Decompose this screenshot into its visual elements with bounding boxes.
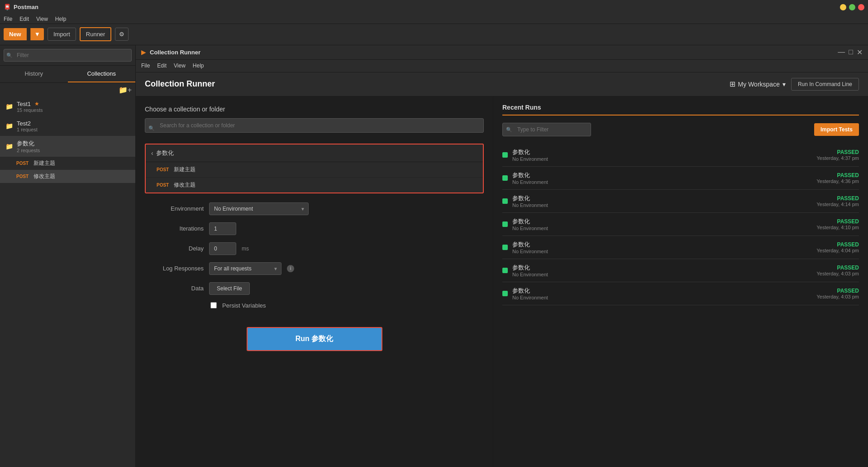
collection-runner-window: ▶ Collection Runner — □ ✕ File Edit View… — [136, 45, 868, 467]
run-in-command-line-button[interactable]: Run In Command Line — [791, 78, 859, 91]
run-info: 参数化 No Environment — [512, 287, 812, 300]
sidebar-search-wrapper — [0, 45, 135, 66]
persist-variables-checkbox[interactable] — [210, 302, 217, 308]
filter-row: Import Tests — [502, 123, 859, 136]
window-controls — [840, 4, 864, 10]
run-item-1[interactable]: 参数化 No Environment PASSED Yesterday, 4:3… — [502, 144, 859, 167]
runner-header-title: Collection Runner — [145, 79, 215, 89]
run-button-wrapper: Run 参数化 — [145, 327, 484, 351]
log-responses-select[interactable]: For all requests — [209, 262, 281, 275]
menu-help[interactable]: Help — [55, 16, 67, 22]
selected-request-new-topic[interactable]: POST 新建主题 — [146, 162, 483, 178]
persist-variables-label: Persist Variables — [222, 302, 266, 309]
select-file-button[interactable]: Select File — [209, 282, 250, 295]
collection-search-input[interactable] — [145, 118, 484, 133]
iterations-input[interactable] — [209, 222, 236, 235]
runner-menu-help[interactable]: Help — [193, 63, 204, 69]
menu-view[interactable]: View — [36, 16, 48, 22]
runner-minimize-button[interactable]: — — [838, 48, 845, 57]
back-button[interactable]: ‹ — [151, 149, 153, 157]
main-title-bar: 📮 Postman — [0, 0, 868, 14]
collection-item-parameterize[interactable]: 📁 参数化 2 requests — [0, 136, 135, 157]
choose-label: Choose a collection or folder — [145, 106, 484, 113]
run-info: 参数化 No Environment — [512, 194, 812, 208]
folder-icon: 📁 — [5, 103, 13, 110]
workspace-button[interactable]: ⊞ My Workspace ▾ — [730, 80, 786, 88]
import-button[interactable]: Import — [48, 28, 76, 41]
runner-header-right: ⊞ My Workspace ▾ Run In Command Line — [730, 78, 859, 91]
run-item-4[interactable]: 参数化 No Environment PASSED Yesterday, 4:1… — [502, 213, 859, 236]
collection-search-wrapper — [145, 118, 484, 138]
run-result: PASSED Yesterday, 4:14 pm — [816, 195, 859, 207]
collection-item-test1[interactable]: 📁 Test1 ★ 15 requests — [0, 97, 135, 116]
data-label: Data — [145, 285, 204, 292]
runner-menu-edit[interactable]: Edit — [157, 63, 167, 69]
run-result: PASSED Yesterday, 4:03 pm — [816, 288, 859, 299]
run-status-dot — [502, 291, 508, 296]
run-item-6[interactable]: 参数化 No Environment PASSED Yesterday, 4:0… — [502, 259, 859, 282]
tab-history[interactable]: History — [0, 66, 68, 82]
run-info: 参数化 No Environment — [512, 171, 812, 185]
tab-collections[interactable]: Collections — [68, 66, 136, 82]
environment-select-wrapper: No Environment — [209, 202, 309, 215]
iterations-row: Iterations — [145, 222, 484, 235]
delay-input[interactable] — [209, 242, 236, 255]
runner-close-button[interactable]: ✕ — [857, 48, 863, 57]
run-status-dot — [502, 198, 508, 204]
new-collection-button[interactable]: 📁+ — [119, 86, 132, 94]
run-result: PASSED Yesterday, 4:36 pm — [816, 172, 859, 184]
run-info: 参数化 No Environment — [512, 241, 812, 254]
collection-item-test2[interactable]: 📁 Test2 1 request — [0, 116, 135, 136]
run-item-2[interactable]: 参数化 No Environment PASSED Yesterday, 4:3… — [502, 167, 859, 190]
run-status-dot — [502, 245, 508, 250]
recent-runs-header: Recent Runs — [502, 104, 859, 116]
request-item-modify-topic[interactable]: POST 修改主题 — [0, 170, 135, 183]
folder-icon: 📁 — [5, 143, 13, 150]
info-icon[interactable]: i — [287, 265, 294, 272]
runner-button[interactable]: Runner — [80, 27, 112, 41]
settings-button[interactable]: ⚙ — [115, 28, 129, 41]
run-info: 参数化 No Environment — [512, 264, 812, 277]
environment-select[interactable]: No Environment — [209, 202, 309, 215]
menu-file[interactable]: File — [4, 16, 12, 22]
runner-menu-view[interactable]: View — [174, 63, 186, 69]
iterations-label: Iterations — [145, 225, 204, 232]
data-row: Data Select File — [145, 282, 484, 295]
run-status-dot — [502, 152, 508, 158]
workspace-grid-icon: ⊞ — [730, 80, 735, 88]
close-button[interactable] — [858, 4, 864, 10]
folder-icon: 📁 — [5, 122, 13, 130]
run-info: 参数化 No Environment — [512, 148, 812, 162]
sidebar-filter-input[interactable] — [4, 49, 132, 62]
new-button[interactable]: New — [4, 28, 27, 40]
menu-edit[interactable]: Edit — [19, 16, 29, 22]
new-dropdown-button[interactable]: ▼ — [30, 28, 44, 40]
workspace-chevron-icon: ▾ — [782, 81, 786, 88]
selected-collection-panel: ‹ 参数化 POST 新建主题 POST 修改主题 — [145, 144, 484, 193]
import-tests-button[interactable]: Import Tests — [814, 123, 859, 136]
filter-input[interactable] — [502, 123, 591, 136]
log-select-wrapper: For all requests — [209, 262, 281, 275]
request-item-new-topic[interactable]: POST 新建主题 — [0, 157, 135, 170]
runner-title-icon: ▶ — [141, 48, 146, 56]
recent-runs-title: Recent Runs — [502, 104, 541, 111]
run-items-list: 参数化 No Environment PASSED Yesterday, 4:3… — [502, 144, 859, 305]
workspace-label: My Workspace — [738, 81, 780, 88]
delay-unit: ms — [242, 246, 249, 252]
log-responses-label: Log Responses — [145, 265, 204, 272]
run-item-7[interactable]: 参数化 No Environment PASSED Yesterday, 4:0… — [502, 282, 859, 305]
run-info: 参数化 No Environment — [512, 217, 812, 231]
star-icon: ★ — [34, 101, 39, 107]
selected-request-modify-topic[interactable]: POST 修改主题 — [146, 178, 483, 193]
runner-maximize-button[interactable]: □ — [849, 48, 853, 57]
run-item-5[interactable]: 参数化 No Environment PASSED Yesterday, 4:0… — [502, 236, 859, 259]
run-collection-button[interactable]: Run 参数化 — [247, 327, 382, 351]
runner-menu-file[interactable]: File — [141, 63, 150, 69]
run-result: PASSED Yesterday, 4:03 pm — [816, 265, 859, 276]
runner-header: Collection Runner ⊞ My Workspace ▾ Run I… — [136, 72, 868, 96]
maximize-button[interactable] — [849, 4, 855, 10]
run-item-3[interactable]: 参数化 No Environment PASSED Yesterday, 4:1… — [502, 190, 859, 213]
runner-title-bar: ▶ Collection Runner — □ ✕ — [136, 45, 868, 60]
minimize-button[interactable] — [840, 4, 846, 10]
sidebar-tabs: History Collections — [0, 66, 135, 83]
